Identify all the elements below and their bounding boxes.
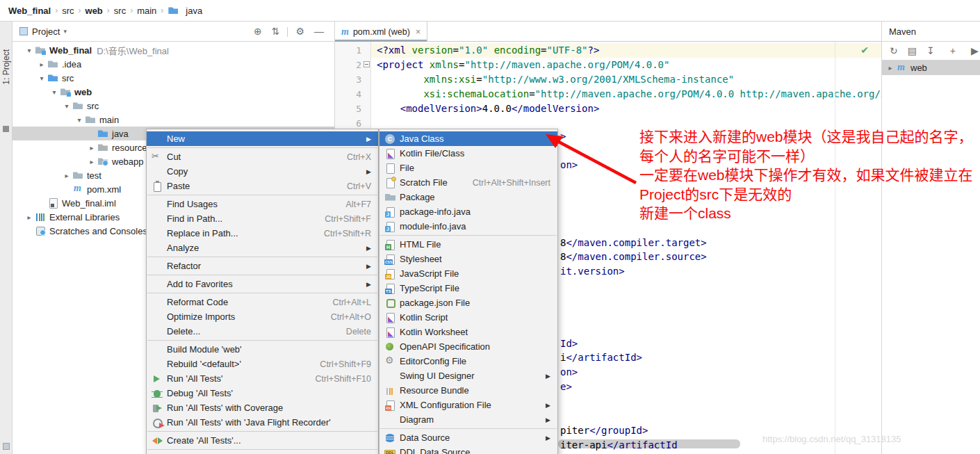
- locate-icon[interactable]: ⊕: [254, 26, 262, 37]
- menu-item-shortcut: Alt+F7: [329, 200, 371, 209]
- code-area[interactable]: <?xml version="1.0" encoding="UTF-8"?><p…: [377, 43, 881, 131]
- menu-item-label: Stylesheet: [400, 254, 442, 264]
- chevron-down-icon[interactable]: ▾: [63, 28, 67, 35]
- menu-item-cut[interactable]: CutCtrl+X: [147, 149, 378, 164]
- menu-item-add-to-favorites[interactable]: Add to Favorites▶: [147, 277, 378, 291]
- run-icon[interactable]: ▶: [971, 45, 979, 56]
- menu-separator: [147, 195, 377, 195]
- submenu-item-package[interactable]: Package: [379, 190, 557, 204]
- submenu-item-kotlin-file-class[interactable]: Kotlin File/Class: [379, 146, 557, 161]
- tree-item-web-final[interactable]: ▾Web_finalD:\音乐\Web_final: [13, 43, 334, 57]
- submenu-item-typescript-file[interactable]: TypeScript File: [379, 281, 557, 295]
- submenu-item-scratch-file[interactable]: Scratch FileCtrl+Alt+Shift+Insert: [379, 175, 557, 190]
- collapse-all-icon[interactable]: ⇅: [272, 26, 280, 37]
- close-icon[interactable]: ×: [416, 26, 421, 37]
- chevron-open-icon[interactable]: ▾: [24, 47, 35, 54]
- menu-item-label: Create 'All Tests'...: [167, 435, 241, 446]
- no-icon: [151, 344, 165, 355]
- menu-item-paste[interactable]: PasteCtrl+V: [147, 179, 378, 193]
- tree-item-src[interactable]: ▾src: [13, 99, 334, 113]
- chevron-open-icon[interactable]: ▾: [61, 102, 72, 110]
- menu-item-create-all-tests[interactable]: Create 'All Tests'...: [147, 433, 378, 448]
- chevron-closed-icon[interactable]: ▸: [86, 158, 97, 165]
- breadcrumb-item-src[interactable]: src: [59, 6, 76, 16]
- breadcrumb-item-src[interactable]: src: [111, 6, 129, 16]
- submenu-item-html-file[interactable]: HTML File: [379, 237, 557, 252]
- tree-item-main[interactable]: ▾main: [13, 113, 334, 127]
- submenu-item-package-json-file[interactable]: package.json File: [379, 295, 557, 310]
- code-fold-icon[interactable]: [364, 61, 370, 67]
- menu-item-refactor[interactable]: Refactor▶: [147, 259, 378, 273]
- chevron-closed-icon[interactable]: ▸: [885, 64, 896, 72]
- tool-window-quick-access-icon[interactable]: [3, 443, 10, 450]
- no-icon: [151, 166, 165, 177]
- maven-file-icon: [72, 184, 84, 195]
- hide-icon[interactable]: —: [314, 26, 324, 37]
- menu-item-debug-all-tests[interactable]: Debug 'All Tests': [147, 386, 378, 400]
- submenu-item-ddl-data-source[interactable]: DDL Data Source: [379, 445, 557, 454]
- submenu-item-openapi-specification[interactable]: OpenAPI Specification: [379, 339, 557, 354]
- menu-item-show-in-explorer[interactable]: Show in Explorer: [147, 451, 378, 454]
- submenu-item-javascript-file[interactable]: JavaScript File: [379, 266, 557, 281]
- submenu-item-swing-ui-designer[interactable]: Swing UI Designer▶: [379, 368, 557, 383]
- submenu-item-editorconfig-file[interactable]: EditorConfig File: [379, 354, 557, 368]
- submenu-item-xml-configuration-file[interactable]: XML Configuration File▶: [379, 398, 557, 412]
- menu-item-find-usages[interactable]: Find UsagesAlt+F7: [147, 197, 378, 211]
- menu-item-delete[interactable]: Delete...Delete: [147, 324, 378, 339]
- menu-item-optimize-imports[interactable]: Optimize ImportsCtrl+Alt+O: [147, 309, 378, 324]
- chevron-closed-icon[interactable]: ▸: [24, 213, 35, 221]
- submenu-item-kotlin-script[interactable]: Kotlin Script: [379, 310, 557, 325]
- add-icon[interactable]: +: [950, 45, 956, 56]
- menu-item-replace-in-path[interactable]: Replace in Path...Ctrl+Shift+R: [147, 226, 378, 241]
- submenu-item-resource-bundle[interactable]: Resource Bundle: [379, 383, 557, 398]
- tab-pom-xml[interactable]: pom.xml (web) ×: [335, 22, 427, 42]
- menu-item-label: DDL Data Source: [400, 447, 470, 454]
- refresh-icon[interactable]: ↻: [890, 45, 898, 56]
- settings-icon[interactable]: ⚙: [295, 26, 304, 37]
- chevron-closed-icon[interactable]: ▸: [61, 172, 72, 179]
- menu-item-run-all-tests-with-coverage[interactable]: Run 'All Tests' with Coverage: [147, 400, 378, 415]
- chevron-open-icon[interactable]: ▾: [49, 88, 60, 96]
- line-number: 2: [335, 58, 361, 72]
- menu-item-find-in-path[interactable]: Find in Path...Ctrl+Shift+F: [147, 211, 378, 226]
- submenu-item-diagram[interactable]: Diagram▶: [379, 412, 557, 427]
- breadcrumb-item-web-final[interactable]: Web_final: [6, 6, 54, 16]
- submenu-item-package-info-java[interactable]: package-info.java: [379, 204, 557, 219]
- menu-item-label: Find Usages: [167, 199, 218, 209]
- tree-item-web[interactable]: ▾web: [13, 85, 334, 99]
- no-icon: [151, 243, 165, 254]
- annotation-line: 新建一个class: [639, 204, 973, 223]
- chevron-open-icon[interactable]: ▾: [36, 74, 47, 82]
- breadcrumb-item-web[interactable]: web: [83, 6, 106, 16]
- chevron-open-icon[interactable]: ▾: [74, 116, 85, 124]
- maven-module-web[interactable]: ▸ web: [882, 60, 980, 75]
- submenu-item-file[interactable]: File: [379, 161, 557, 175]
- no-icon: [151, 326, 165, 337]
- menu-item-label: Copy: [167, 166, 188, 177]
- chevron-closed-icon[interactable]: ▸: [86, 144, 97, 152]
- menu-item-copy[interactable]: Copy▶: [147, 164, 378, 179]
- menu-item-reformat-code[interactable]: Reformat CodeCtrl+Alt+L: [147, 295, 378, 309]
- submenu-item-java-class[interactable]: Java Class: [379, 131, 557, 146]
- submenu-item-stylesheet[interactable]: Stylesheet: [379, 252, 557, 266]
- no-icon: [151, 359, 165, 370]
- breadcrumb-item-java[interactable]: java: [165, 5, 205, 16]
- scissors-icon: [151, 152, 165, 163]
- tree-item-idea[interactable]: ▸.idea: [13, 57, 334, 71]
- chevron-closed-icon[interactable]: ▸: [36, 60, 47, 68]
- sync-folder-icon[interactable]: ▤: [908, 45, 917, 56]
- download-sources-icon[interactable]: ↧: [926, 45, 935, 56]
- menu-item-run-all-tests-with-java-flight-recorder[interactable]: Run 'All Tests' with 'Java Flight Record…: [147, 415, 378, 430]
- menu-item-analyze[interactable]: Analyze▶: [147, 241, 378, 255]
- breadcrumb-item-main[interactable]: main: [134, 6, 159, 16]
- submenu-item-kotlin-worksheet[interactable]: Kotlin Worksheet: [379, 325, 557, 339]
- submenu-item-module-info-java[interactable]: module-info.java: [379, 219, 557, 234]
- tree-item-src[interactable]: ▾src: [13, 71, 334, 85]
- submenu-item-data-source[interactable]: Data Source▶: [379, 430, 557, 445]
- menu-item-run-all-tests[interactable]: Run 'All Tests'Ctrl+Shift+F10: [147, 371, 378, 386]
- menu-item-rebuild-default[interactable]: Rebuild '<default>'Ctrl+Shift+F9: [147, 357, 378, 371]
- menu-item-new[interactable]: New▶: [147, 131, 378, 146]
- menu-item-build-module-web[interactable]: Build Module 'web': [147, 342, 378, 357]
- tool-window-button-project[interactable]: 1: Project: [1, 49, 11, 85]
- menu-item-label: package.json File: [400, 298, 470, 308]
